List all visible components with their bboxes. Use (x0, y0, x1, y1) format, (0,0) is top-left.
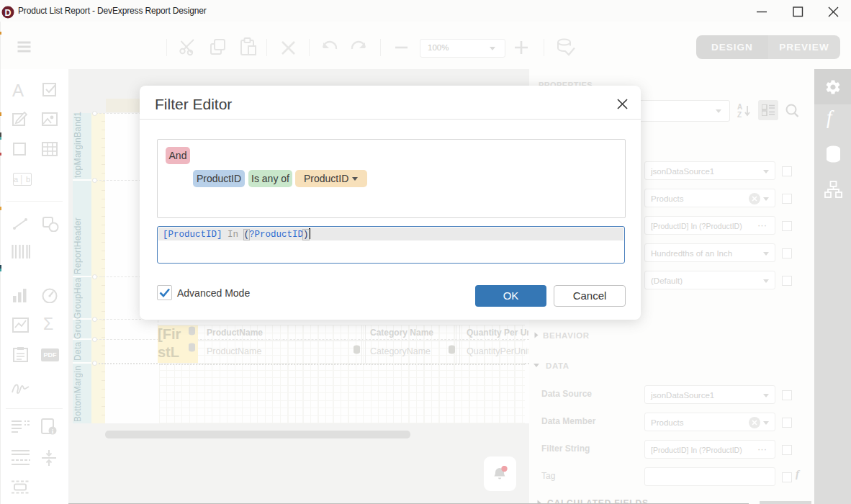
svg-text:A: A (737, 103, 742, 111)
svg-text:Z: Z (737, 111, 742, 119)
svg-text:D: D (5, 8, 12, 18)
